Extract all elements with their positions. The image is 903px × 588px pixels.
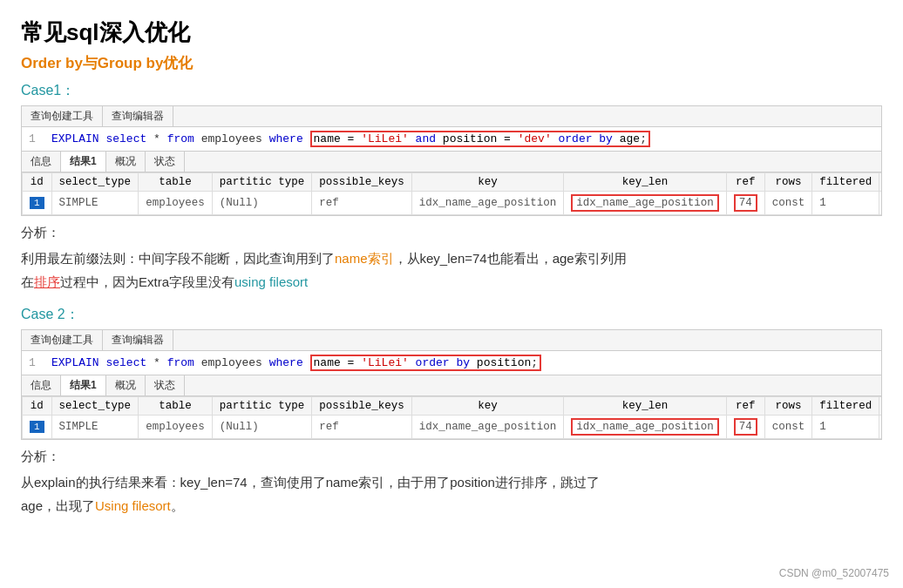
sql2-table: employees (201, 356, 262, 369)
cell2-table: employees (139, 416, 213, 439)
cell-join-type: ref (312, 192, 412, 215)
cell2-key-len: 74 (726, 416, 764, 439)
line-number-2: 1 (29, 356, 41, 369)
cell-key: idx_name_age_position (564, 192, 727, 215)
case1-result-container: id select_type table partitic type possi… (22, 172, 881, 215)
case2-tab-editor[interactable]: 查询编辑器 (103, 330, 173, 350)
cell2-join-type: ref (312, 416, 412, 439)
col2-extra: Extra (879, 397, 881, 416)
col2-filtered: filtered (812, 397, 879, 416)
case1-result-tab-overview[interactable]: 概况 (106, 152, 146, 172)
col2-key: key (411, 397, 564, 416)
col-select-type: select_type (51, 173, 139, 192)
col-ref: ref (726, 173, 764, 192)
cell2-filtered: 100 (879, 416, 881, 439)
sql-select: select (105, 132, 146, 145)
cell2-rows: 1 (812, 416, 879, 439)
case1-sql-tabs: 查询创建工具 查询编辑器 (22, 106, 881, 127)
analysis2-label: 分析： (21, 449, 882, 465)
case1-sql-panel: 查询创建工具 查询编辑器 1 EXPLAIN select * from emp… (21, 105, 882, 216)
col-rows: rows (764, 173, 812, 192)
case1-tab-editor[interactable]: 查询编辑器 (103, 106, 173, 126)
table-row: 1 SIMPLE employees (Null) ref idx_name_a… (23, 192, 882, 215)
cell-partitic: (Null) (212, 192, 312, 215)
analysis2-body: 从explain的执行结果来看：key_len=74，查询使用了name索引，由… (21, 470, 882, 517)
case1-result-tab-status[interactable]: 状态 (146, 152, 185, 172)
case2-sql-panel: 查询创建工具 查询编辑器 1 EXPLAIN select * from emp… (21, 329, 882, 440)
col-table: table (139, 173, 213, 192)
col2-id: id (23, 397, 52, 416)
line-number: 1 (29, 132, 41, 145)
case1-title: Case1： (21, 82, 882, 100)
analysis1-label: 分析： (21, 225, 882, 241)
cell-select-type: SIMPLE (51, 192, 139, 215)
cell2-ref: const (764, 416, 812, 439)
cell-marker: 1 (23, 192, 52, 215)
sql-explain: EXPLAIN (51, 132, 99, 145)
case2-result-tab-overview[interactable]: 概况 (106, 375, 146, 395)
analysis1-sort-underline: 排序 (34, 274, 60, 289)
analysis1-filesort: using filesort (234, 274, 308, 289)
col2-ref: ref (726, 397, 764, 416)
sql2-where: where (269, 356, 303, 369)
col2-key-len: key_len (564, 397, 727, 416)
case2-tab-create[interactable]: 查询创建工具 (22, 330, 103, 350)
col-extra: Extra (879, 173, 881, 192)
case1-result-table: id select_type table partitic type possi… (22, 172, 881, 215)
cell-filtered: 10 (879, 192, 881, 215)
col-possible-keys: possible_keys (312, 173, 412, 192)
col2-partitic-type: partitic type (212, 397, 312, 416)
cell-key-len: 74 (726, 192, 764, 215)
col2-rows: rows (764, 397, 812, 416)
cell2-possible-keys: idx_name_age_position (411, 416, 564, 439)
case2-result-tab-status[interactable]: 状态 (146, 375, 185, 395)
case1-highlighted-sql: name = 'LiLei' and position = 'dev' orde… (310, 131, 650, 147)
analysis2-filesort: Using filesort (95, 498, 171, 513)
analysis1-name-highlight: name索引 (335, 251, 394, 266)
sql2-explain: EXPLAIN (51, 356, 99, 369)
col-key: key (411, 173, 564, 192)
cell-ref: const (764, 192, 812, 215)
sql2-from: from (167, 356, 194, 369)
cell2-key: idx_name_age_position (564, 416, 727, 439)
cell-table: employees (139, 192, 213, 215)
case1-tab-create[interactable]: 查询创建工具 (22, 106, 103, 126)
sql-where: where (269, 132, 303, 145)
cell2-marker: 1 (23, 416, 52, 439)
col2-table: table (139, 397, 213, 416)
cell-possible-keys: idx_name_age_position (411, 192, 564, 215)
analysis1-body: 利用最左前缀法则：中间字段不能断，因此查询用到了name索引，从key_len=… (21, 247, 882, 294)
col2-select-type: select_type (51, 397, 139, 416)
case1-sql-line: 1 EXPLAIN select * from employees where … (22, 127, 881, 151)
case2-result-container: id select_type table partitic type possi… (22, 396, 881, 439)
col-id: id (23, 173, 52, 192)
case2-result-table: id select_type table partitic type possi… (22, 396, 881, 439)
col-key-len: key_len (564, 173, 727, 192)
case1-result-tab-result1[interactable]: 结果1 (61, 152, 106, 172)
case2-result-tabs: 信息 结果1 概况 状态 (22, 375, 881, 396)
table-row-2: 1 SIMPLE employees (Null) ref idx_name_a… (23, 416, 882, 439)
cell-rows: 1 (812, 192, 879, 215)
col-partitic-type: partitic type (212, 173, 312, 192)
cell2-partitic: (Null) (212, 416, 312, 439)
sql2-select: select (105, 356, 146, 369)
case2-sql-tabs: 查询创建工具 查询编辑器 (22, 330, 881, 351)
col-filtered: filtered (812, 173, 879, 192)
subtitle: Order by与Group by优化 (21, 53, 882, 73)
case2-section: Case 2： 查询创建工具 查询编辑器 1 EXPLAIN select * … (21, 306, 882, 517)
case2-highlighted-sql: name = 'LiLei' order by position; (310, 355, 542, 371)
case1-result-tabs: 信息 结果1 概况 状态 (22, 151, 881, 172)
sql-from: from (167, 132, 194, 145)
case2-sql-line: 1 EXPLAIN select * from employees where … (22, 351, 881, 375)
case1-section: Case1： 查询创建工具 查询编辑器 1 EXPLAIN select * f… (21, 82, 882, 294)
case1-result-tab-info[interactable]: 信息 (22, 152, 61, 172)
main-title: 常见sql深入优化 (21, 17, 882, 48)
case2-result-tab-info[interactable]: 信息 (22, 375, 61, 395)
case2-title: Case 2： (21, 306, 882, 324)
watermark: CSDN @m0_52007475 (779, 567, 889, 579)
cell2-select-type: SIMPLE (51, 416, 139, 439)
col2-possible-keys: possible_keys (312, 397, 412, 416)
sql-table: employees (201, 132, 262, 145)
case2-result-tab-result1[interactable]: 结果1 (61, 375, 106, 395)
